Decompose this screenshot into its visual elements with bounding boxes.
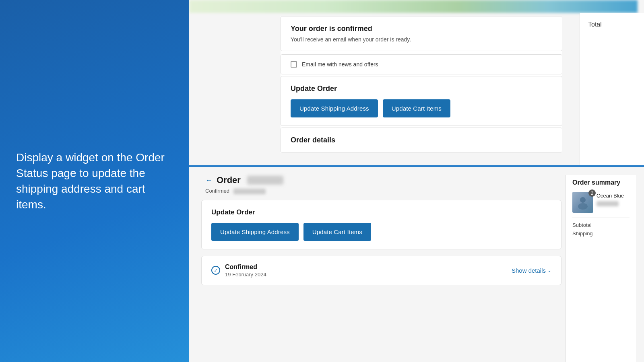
- product-name: Ocean Blue: [597, 193, 624, 199]
- product-row: 2 Ocean Blue: [572, 192, 630, 213]
- sidebar: Display a widget on the Order Status pag…: [0, 0, 189, 362]
- subtotal-label: Subtotal: [572, 222, 592, 228]
- order-date-blurred: [233, 189, 266, 194]
- order-number-blurred: [247, 176, 283, 185]
- email-section: Email me with news and offers: [281, 54, 562, 74]
- bottom-update-order-title: Update Order: [211, 208, 551, 216]
- bottom-update-order-card: Update Order Update Shipping Address Upd…: [201, 200, 561, 249]
- product-price-blurred: [597, 201, 619, 206]
- shipping-row: Shipping: [572, 230, 630, 237]
- confirmed-date: 19 February 2024: [225, 272, 266, 278]
- top-order-details-section: Order details: [281, 128, 562, 153]
- order-status-badge: Confirmed: [201, 188, 561, 194]
- top-panel: Your order is confirmed You'll receive a…: [189, 0, 644, 167]
- bottom-update-cart-button[interactable]: Update Cart Items: [303, 223, 371, 241]
- top-update-order-section: Update Order Update Shipping Address Upd…: [281, 76, 562, 126]
- top-order-details-title: Order details: [291, 136, 552, 144]
- order-status-label: Confirmed: [205, 188, 229, 194]
- subtotal-row: Subtotal: [572, 222, 630, 228]
- order-confirmed-subtitle: You'll receive an email when your order …: [291, 36, 552, 43]
- top-panel-inner: Your order is confirmed You'll receive a…: [281, 16, 562, 153]
- product-image-wrap: 2: [572, 192, 593, 213]
- order-confirmed-title: Your order is confirmed: [291, 25, 552, 33]
- confirmed-text-block: Confirmed 19 February 2024: [225, 263, 266, 278]
- sidebar-description: Display a widget on the Order Status pag…: [16, 150, 173, 213]
- bottom-panel: ← Order Confirmed Update Order Update Sh…: [189, 167, 644, 362]
- bottom-update-shipping-button[interactable]: Update Shipping Address: [211, 223, 299, 241]
- order-summary-panel: Order summary: [566, 175, 636, 362]
- total-label: Total: [588, 21, 602, 28]
- shipping-label: Shipping: [572, 230, 593, 237]
- bottom-main: ← Order Confirmed Update Order Update Sh…: [197, 175, 566, 362]
- bottom-update-buttons: Update Shipping Address Update Cart Item…: [211, 223, 551, 241]
- summary-divider: [572, 218, 630, 218]
- chevron-down-icon: ⌄: [547, 267, 551, 273]
- confirmed-left: ✓ Confirmed 19 February 2024: [211, 263, 266, 278]
- top-update-order-title: Update Order: [291, 84, 552, 93]
- product-thumbnail-svg: [576, 195, 590, 210]
- content-area: Your order is confirmed You'll receive a…: [189, 0, 644, 362]
- top-update-shipping-button[interactable]: Update Shipping Address: [291, 99, 378, 117]
- email-label: Email me with news and offers: [302, 61, 378, 68]
- svg-point-1: [578, 203, 588, 210]
- bottom-confirmed-card: ✓ Confirmed 19 February 2024 Show detail…: [201, 256, 561, 285]
- order-summary-title: Order summary: [572, 179, 630, 186]
- show-details-button[interactable]: Show details ⌄: [512, 267, 551, 274]
- blurred-header: [189, 0, 638, 13]
- back-arrow-icon[interactable]: ←: [205, 176, 213, 185]
- product-info: Ocean Blue: [597, 192, 624, 206]
- product-quantity-badge: 2: [588, 189, 596, 197]
- top-update-cart-button[interactable]: Update Cart Items: [383, 99, 450, 117]
- order-confirmed-section: Your order is confirmed You'll receive a…: [281, 16, 562, 51]
- order-header: ← Order: [201, 175, 561, 185]
- svg-point-0: [580, 197, 586, 203]
- confirmed-label: Confirmed: [225, 263, 266, 271]
- top-update-buttons: Update Shipping Address Update Cart Item…: [291, 99, 552, 117]
- bottom-inner: ← Order Confirmed Update Order Update Sh…: [197, 175, 636, 362]
- email-checkbox[interactable]: [291, 61, 297, 68]
- top-right-col: Total: [580, 13, 644, 167]
- show-details-label: Show details: [512, 267, 546, 274]
- order-title: Order: [217, 175, 241, 185]
- check-circle-icon: ✓: [211, 266, 220, 275]
